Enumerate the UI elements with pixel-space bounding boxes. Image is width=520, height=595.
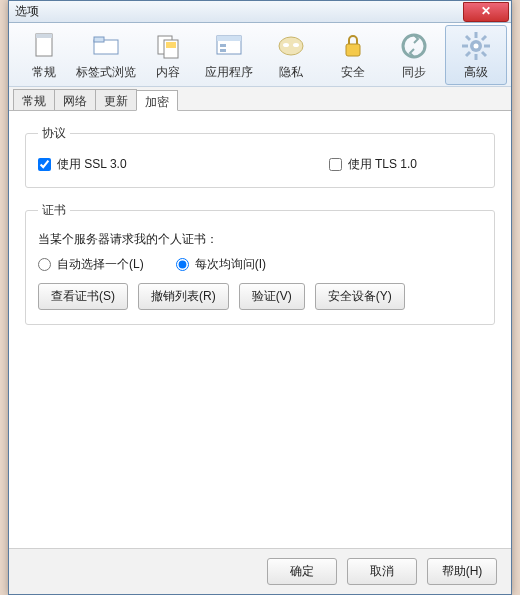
svg-rect-1 [36, 34, 52, 38]
lock-icon [337, 30, 369, 62]
cancel-button[interactable]: 取消 [347, 558, 417, 585]
dialog-footer: 确定 取消 帮助(H) [9, 548, 511, 594]
ask-every-time-radio[interactable] [176, 258, 189, 271]
category-label: 高级 [464, 64, 488, 81]
category-label: 常规 [32, 64, 56, 81]
category-label: 同步 [402, 64, 426, 81]
certificate-group: 证书 当某个服务器请求我的个人证书： 自动选择一个(L) 每次均询问(I) 查看… [25, 202, 495, 325]
tab-encryption[interactable]: 加密 [136, 90, 178, 111]
svg-rect-10 [220, 49, 226, 52]
certificate-legend: 证书 [38, 202, 70, 219]
titlebar: 选项 ✕ [9, 1, 511, 23]
svg-rect-3 [94, 37, 104, 42]
svg-point-25 [474, 43, 479, 48]
category-label: 应用程序 [205, 64, 253, 81]
window-title: 选项 [9, 3, 39, 20]
ask-every-time-label: 每次均询问(I) [195, 256, 266, 273]
view-certificates-button[interactable]: 查看证书(S) [38, 283, 128, 310]
auto-select-radio[interactable] [38, 258, 51, 271]
category-toolbar: 常规 标签式浏览 内容 应用程序 隐私 [9, 23, 511, 87]
protocol-legend: 协议 [38, 125, 70, 142]
svg-rect-6 [166, 42, 176, 48]
category-general[interactable]: 常规 [13, 25, 75, 85]
svg-line-22 [482, 52, 486, 56]
tab-general[interactable]: 常规 [13, 89, 55, 110]
svg-rect-14 [346, 44, 360, 56]
page-icon [28, 30, 60, 62]
ssl-label: 使用 SSL 3.0 [57, 156, 127, 173]
revocation-lists-button[interactable]: 撤销列表(R) [138, 283, 229, 310]
close-button[interactable]: ✕ [463, 2, 509, 22]
svg-point-15 [403, 35, 425, 57]
options-window: 选项 ✕ 常规 标签式浏览 内容 应用程序 [8, 0, 512, 595]
svg-rect-9 [220, 44, 226, 47]
tls-checkbox[interactable] [329, 158, 342, 171]
category-advanced[interactable]: 高级 [445, 25, 507, 85]
category-label: 安全 [341, 64, 365, 81]
svg-point-13 [293, 43, 299, 47]
window-icon [213, 30, 245, 62]
ok-button[interactable]: 确定 [267, 558, 337, 585]
category-security[interactable]: 安全 [322, 25, 384, 85]
subtab-bar: 常规 网络 更新 加密 [9, 87, 511, 111]
protocol-group: 协议 使用 SSL 3.0 使用 TLS 1.0 [25, 125, 495, 188]
tab-content: 协议 使用 SSL 3.0 使用 TLS 1.0 证书 当某个服务器请求我的个人… [9, 111, 511, 548]
ssl-checkbox[interactable] [38, 158, 51, 171]
folder-icon [90, 30, 122, 62]
auto-select-label: 自动选择一个(L) [57, 256, 144, 273]
svg-line-23 [482, 36, 486, 40]
validation-button[interactable]: 验证(V) [239, 283, 305, 310]
category-label: 标签式浏览 [76, 64, 136, 81]
svg-point-11 [279, 37, 303, 55]
category-label: 隐私 [279, 64, 303, 81]
svg-rect-8 [217, 36, 241, 41]
help-button[interactable]: 帮助(H) [427, 558, 497, 585]
svg-line-21 [466, 36, 470, 40]
gear-icon [460, 30, 492, 62]
category-privacy[interactable]: 隐私 [260, 25, 322, 85]
category-applications[interactable]: 应用程序 [198, 25, 260, 85]
category-label: 内容 [156, 64, 180, 81]
category-sync[interactable]: 同步 [384, 25, 446, 85]
tab-network[interactable]: 网络 [54, 89, 96, 110]
mask-icon [275, 30, 307, 62]
tls-label: 使用 TLS 1.0 [348, 156, 417, 173]
certificate-prompt: 当某个服务器请求我的个人证书： [38, 231, 482, 248]
category-tabs[interactable]: 标签式浏览 [75, 25, 137, 85]
category-content[interactable]: 内容 [137, 25, 199, 85]
pages-icon [152, 30, 184, 62]
tab-update[interactable]: 更新 [95, 89, 137, 110]
svg-line-24 [466, 52, 470, 56]
security-devices-button[interactable]: 安全设备(Y) [315, 283, 405, 310]
sync-icon [398, 30, 430, 62]
svg-point-12 [283, 43, 289, 47]
